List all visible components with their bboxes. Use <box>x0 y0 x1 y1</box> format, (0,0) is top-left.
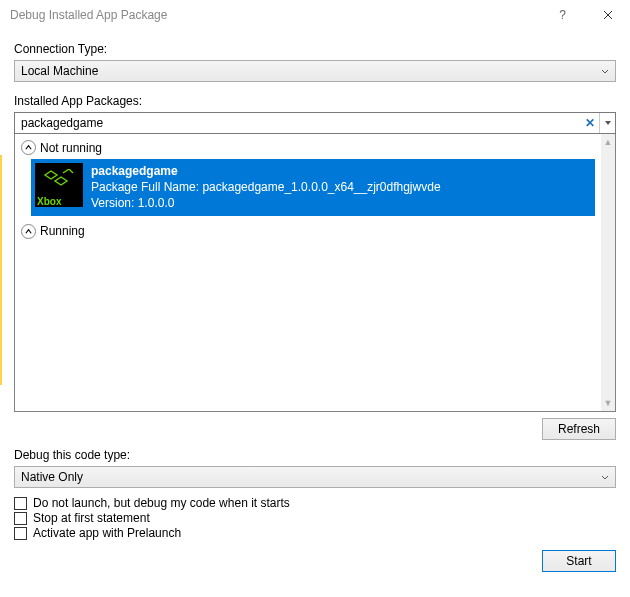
scroll-down-icon: ▼ <box>601 395 615 411</box>
connection-type-value: Local Machine <box>21 64 98 78</box>
package-details: packagedgame Package Full Name: packaged… <box>91 163 441 212</box>
checkbox-icon <box>14 527 27 540</box>
package-name: packagedgame <box>91 163 441 179</box>
code-type-label: Debug this code type: <box>14 448 616 462</box>
check-do-not-launch[interactable]: Do not launch, but debug my code when it… <box>14 496 616 510</box>
connection-type-dropdown[interactable]: Local Machine <box>14 60 616 82</box>
checkbox-icon <box>14 512 27 525</box>
check-stop-first-statement[interactable]: Stop at first statement <box>14 511 616 525</box>
help-button[interactable]: ? <box>540 0 585 30</box>
check-stop-first-statement-label: Stop at first statement <box>33 511 150 525</box>
group-not-running[interactable]: Not running <box>21 140 595 155</box>
code-type-value: Native Only <box>21 470 83 484</box>
check-activate-prelaunch[interactable]: Activate app with Prelaunch <box>14 526 616 540</box>
group-running[interactable]: Running <box>21 224 595 239</box>
package-item-selected[interactable]: Xbox packagedgame Package Full Name: pac… <box>31 159 595 216</box>
package-version: Version: 1.0.0.0 <box>91 195 441 211</box>
chevron-down-icon <box>601 470 609 484</box>
package-full-name: Package Full Name: packagedgame_1.0.0.0_… <box>91 179 441 195</box>
package-list: Not running Xbox <box>14 134 616 412</box>
chevron-collapse-icon <box>21 224 36 239</box>
package-filter: ✕ <box>14 112 616 134</box>
filter-dropdown-icon[interactable] <box>599 113 615 133</box>
refresh-button-label: Refresh <box>558 422 600 436</box>
start-button[interactable]: Start <box>542 550 616 572</box>
check-activate-prelaunch-label: Activate app with Prelaunch <box>33 526 181 540</box>
check-do-not-launch-label: Do not launch, but debug my code when it… <box>33 496 290 510</box>
clear-filter-icon[interactable]: ✕ <box>581 113 599 133</box>
scrollbar[interactable]: ▲ ▼ <box>601 134 615 411</box>
xbox-label: Xbox <box>35 196 63 207</box>
checkbox-icon <box>14 497 27 510</box>
package-filter-input[interactable] <box>15 113 581 133</box>
group-not-running-label: Not running <box>40 141 102 155</box>
installed-packages-label: Installed App Packages: <box>14 94 616 108</box>
close-button[interactable] <box>585 0 630 30</box>
refresh-button[interactable]: Refresh <box>542 418 616 440</box>
titlebar: Debug Installed App Package ? <box>0 0 630 30</box>
chevron-collapse-icon <box>21 140 36 155</box>
scroll-up-icon: ▲ <box>601 134 615 150</box>
title-text: Debug Installed App Package <box>10 8 167 22</box>
package-thumbnail: Xbox <box>35 163 83 207</box>
decorative-stripe <box>0 155 2 385</box>
connection-type-label: Connection Type: <box>14 42 616 56</box>
chevron-down-icon <box>601 64 609 78</box>
start-button-label: Start <box>566 554 591 568</box>
code-type-dropdown[interactable]: Native Only <box>14 466 616 488</box>
group-running-label: Running <box>40 224 85 238</box>
